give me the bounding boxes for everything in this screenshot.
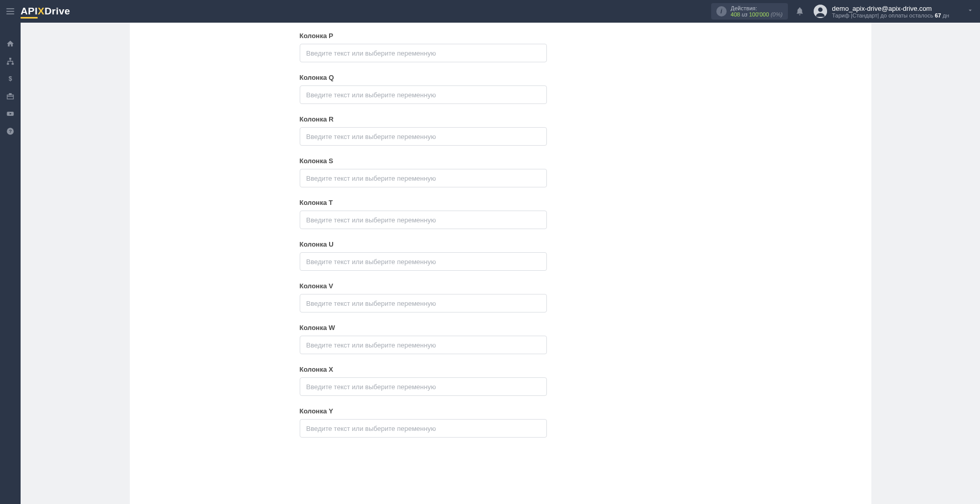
column-input-col-t[interactable] bbox=[300, 211, 547, 229]
form-group-col-x: Колонка X bbox=[300, 366, 547, 396]
svg-rect-0 bbox=[7, 8, 14, 9]
form-label: Колонка Y bbox=[300, 407, 547, 415]
user-menu[interactable]: demo_apix-drive@apix-drive.com Тариф |Ст… bbox=[814, 5, 974, 19]
form-label: Колонка S bbox=[300, 157, 547, 165]
form-group-col-s: Колонка S bbox=[300, 157, 547, 187]
column-input-col-y[interactable] bbox=[300, 419, 547, 438]
sidebar-youtube[interactable] bbox=[0, 105, 21, 123]
notifications-button[interactable] bbox=[795, 7, 804, 16]
svg-rect-5 bbox=[9, 58, 11, 59]
form-group-col-r: Колонка R bbox=[300, 115, 547, 146]
sidebar-help[interactable]: ? bbox=[0, 123, 21, 140]
svg-rect-6 bbox=[7, 63, 9, 64]
form-area: Колонка PКолонка QКолонка RКолонка SКоло… bbox=[300, 23, 547, 438]
logo-text-api: API bbox=[21, 6, 38, 19]
column-input-col-q[interactable] bbox=[300, 85, 547, 104]
form-label: Колонка Q bbox=[300, 74, 547, 81]
column-input-col-r[interactable] bbox=[300, 127, 547, 146]
form-group-col-p: Колонка P bbox=[300, 32, 547, 62]
actions-counter[interactable]: i Действия: 408 из 100'000 (0%) bbox=[711, 3, 788, 20]
logo[interactable]: APIXDrive bbox=[21, 6, 70, 17]
form-group-col-w: Колонка W bbox=[300, 324, 547, 354]
user-icon bbox=[814, 5, 827, 18]
sidebar-connections[interactable] bbox=[0, 53, 21, 70]
form-label: Колонка R bbox=[300, 115, 547, 123]
form-group-col-v: Колонка V bbox=[300, 282, 547, 312]
sidebar-briefcase[interactable] bbox=[0, 88, 21, 105]
svg-rect-1 bbox=[7, 11, 14, 12]
content-card: Колонка PКолонка QКолонка RКолонка SКоло… bbox=[130, 23, 871, 504]
svg-rect-2 bbox=[7, 13, 14, 14]
form-label: Колонка P bbox=[300, 32, 547, 40]
column-input-col-s[interactable] bbox=[300, 169, 547, 187]
top-header: APIXDrive i Действия: 408 из 100'000 (0%… bbox=[0, 0, 980, 23]
form-label: Колонка U bbox=[300, 240, 547, 248]
column-input-col-x[interactable] bbox=[300, 377, 547, 396]
sidebar-home[interactable] bbox=[0, 35, 21, 53]
home-icon bbox=[6, 40, 14, 48]
form-group-col-u: Колонка U bbox=[300, 240, 547, 271]
form-group-col-q: Колонка Q bbox=[300, 74, 547, 104]
chevron-down-icon bbox=[967, 7, 974, 16]
column-input-col-u[interactable] bbox=[300, 252, 547, 271]
user-email: demo_apix-drive@apix-drive.com bbox=[832, 5, 949, 12]
info-icon: i bbox=[716, 6, 727, 16]
help-icon: ? bbox=[6, 127, 14, 135]
svg-text:$: $ bbox=[9, 75, 12, 82]
column-input-col-v[interactable] bbox=[300, 294, 547, 312]
user-tariff: Тариф |Стандарт| до оплаты осталось 67 д… bbox=[832, 12, 949, 19]
column-input-col-p[interactable] bbox=[300, 44, 547, 62]
form-group-col-t: Колонка T bbox=[300, 199, 547, 229]
svg-rect-7 bbox=[12, 63, 14, 64]
logo-text-x: X bbox=[38, 6, 44, 17]
sidebar: $ ? bbox=[0, 23, 21, 504]
briefcase-icon bbox=[6, 92, 14, 100]
sidebar-billing[interactable]: $ bbox=[0, 70, 21, 88]
form-group-col-y: Колонка Y bbox=[300, 407, 547, 438]
logo-text-drive: Drive bbox=[44, 6, 70, 17]
hamburger-icon bbox=[5, 6, 15, 16]
column-input-col-w[interactable] bbox=[300, 336, 547, 354]
sitemap-icon bbox=[6, 57, 14, 65]
bell-icon bbox=[795, 7, 804, 16]
form-label: Колонка X bbox=[300, 366, 547, 373]
avatar bbox=[814, 5, 827, 18]
youtube-icon bbox=[6, 110, 14, 118]
dollar-icon: $ bbox=[6, 75, 14, 83]
svg-point-4 bbox=[818, 7, 822, 12]
main-content: Колонка PКолонка QКолонка RКолонка SКоло… bbox=[21, 23, 980, 504]
svg-text:?: ? bbox=[9, 129, 12, 134]
menu-toggle-button[interactable] bbox=[0, 0, 21, 23]
form-label: Колонка V bbox=[300, 282, 547, 290]
actions-text: Действия: 408 из 100'000 (0%) bbox=[731, 5, 783, 18]
form-label: Колонка W bbox=[300, 324, 547, 332]
form-label: Колонка T bbox=[300, 199, 547, 206]
